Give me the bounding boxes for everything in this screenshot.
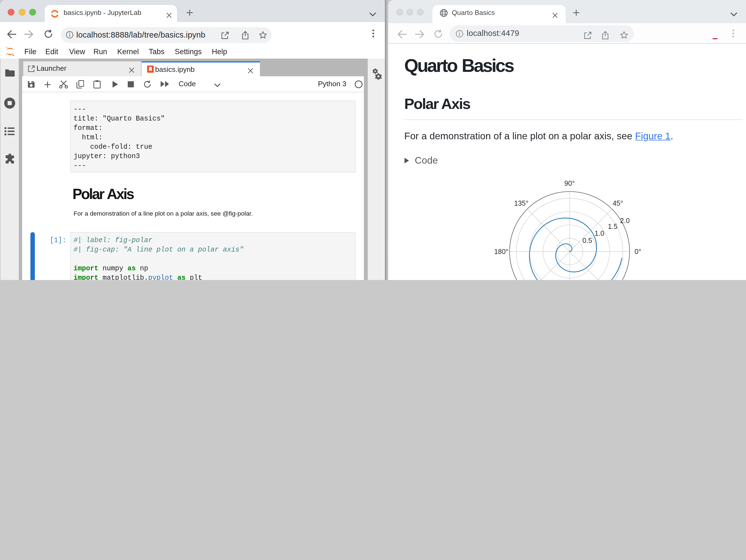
svg-text:180°: 180° [494, 248, 509, 256]
svg-text:45°: 45° [613, 199, 623, 207]
svg-text:0°: 0° [635, 248, 641, 256]
svg-text:0.5: 0.5 [582, 237, 592, 244]
svg-text:1.5: 1.5 [608, 223, 618, 230]
svg-text:1.0: 1.0 [595, 229, 604, 237]
svg-text:2.0: 2.0 [620, 217, 630, 225]
svg-text:135°: 135° [514, 199, 529, 207]
svg-text:90°: 90° [564, 179, 575, 187]
